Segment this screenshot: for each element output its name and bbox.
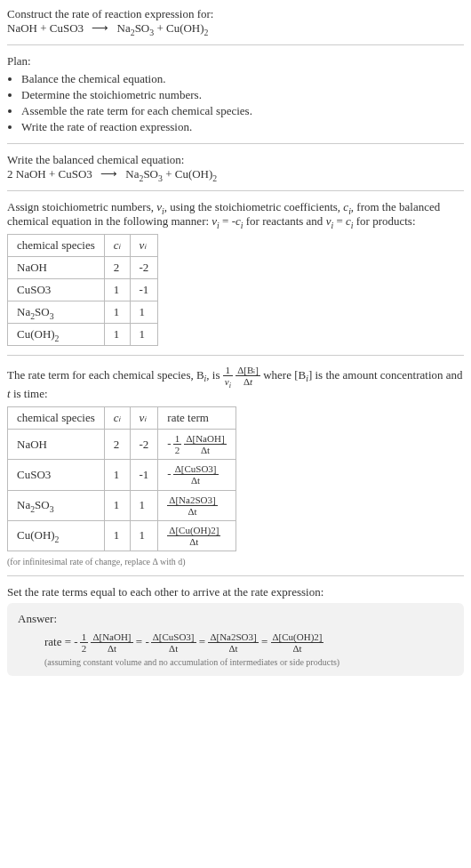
plan-heading: Plan: <box>7 54 464 68</box>
t: Δ[Na2SO3] <box>167 494 217 506</box>
t: Na <box>125 167 139 181</box>
divider <box>7 44 464 45</box>
t: 2 <box>80 643 89 654</box>
frac-dBi-dt: Δ[Bᵢ]Δt <box>236 365 260 387</box>
t: , using the stoichiometric coefficients, <box>164 200 344 213</box>
cell-ci: 1 <box>104 490 130 520</box>
rate-term-text: The rate term for each chemical species,… <box>7 365 464 401</box>
divider <box>7 575 464 576</box>
cell-species: Na2SO3 <box>8 301 105 324</box>
t: Δ[Cu(OH)2] <box>167 525 220 536</box>
divider <box>7 143 464 144</box>
eq-lhs2: CuSO3 <box>50 21 84 35</box>
t: 3 <box>50 311 54 321</box>
cell-ci: 1 <box>104 279 130 301</box>
c-i2: ci <box>236 214 243 228</box>
unbalanced-equation: NaOH + CuSO3 ⟶ Na2SO3 + Cu(OH)2 <box>7 21 464 36</box>
t: Δ[CuSO3] <box>151 631 196 643</box>
table-header-row: chemical species cᵢ νᵢ rate term <box>8 407 236 430</box>
eq: = <box>261 635 271 648</box>
cell-rate-term: Δ[Na2SO3]Δt <box>158 490 236 520</box>
cell-nui: 1 <box>130 301 158 324</box>
cell-species: CuSO3 <box>8 460 105 490</box>
cell-ci: 1 <box>104 460 130 490</box>
rate-label: rate <box>44 635 61 648</box>
cell-nui: -1 <box>130 460 158 490</box>
t: Cu(OH) <box>166 21 204 35</box>
t: = - <box>220 214 236 228</box>
plan-item: Balance the chemical equation. <box>21 72 464 86</box>
table-row: CuSO3 1 -1 -Δ[CuSO3]Δt <box>8 460 236 490</box>
t: 1 <box>173 433 182 445</box>
frac: Δ[Cu(OH)2]Δt <box>271 631 324 654</box>
beq-rhs2: Cu(OH)2 <box>175 167 217 181</box>
plan-item: Write the rate of reaction expression. <box>21 120 464 134</box>
frac: Δ[Na2SO3]Δt <box>208 631 258 654</box>
eq: = <box>199 635 209 648</box>
neg: - <box>167 467 171 480</box>
t: = <box>333 214 346 228</box>
col-nui: νᵢ <box>130 235 158 257</box>
t: 2 <box>204 28 209 37</box>
t: Δt <box>173 475 219 486</box>
t: [Bᵢ] <box>243 365 259 375</box>
table-row: Cu(OH)2 1 1 <box>8 324 158 346</box>
table-note: (for infinitesimal rate of change, repla… <box>7 557 464 567</box>
t: t <box>250 376 252 387</box>
frac: Δ[NaOH]Δt <box>184 433 226 455</box>
table-row: CuSO3 1 -1 <box>8 279 158 301</box>
balanced-equation: 2 NaOH + CuSO3 ⟶ Na2SO3 + Cu(OH)2 <box>7 167 464 181</box>
plan-list: Balance the chemical equation. Determine… <box>21 72 464 134</box>
t: 2 <box>55 334 60 343</box>
t: 2 <box>173 445 182 455</box>
t: Cu(OH) <box>175 167 213 181</box>
eq-rhs2: Cu(OH)2 <box>166 21 208 35</box>
col-ci: cᵢ <box>104 235 130 257</box>
t: Cu(OH) <box>17 327 55 341</box>
t: The rate term for each chemical species,… <box>7 368 204 382</box>
cell-nui: -2 <box>130 430 158 460</box>
table-row: NaOH 2 -2 <box>8 257 158 279</box>
frac: Δ[CuSO3]Δt <box>173 463 219 486</box>
rate-term-table: chemical species cᵢ νᵢ rate term NaOH 2 … <box>7 406 236 551</box>
t: SO <box>143 167 158 181</box>
cell-ci: 2 <box>104 430 130 460</box>
cell-ci: 1 <box>104 324 130 346</box>
t: Δt <box>236 376 260 387</box>
t: Δt <box>184 445 226 455</box>
table-row: Na2SO3 1 1 <box>8 301 158 324</box>
beq-c1: 2 NaOH <box>7 167 46 181</box>
t: Δt <box>91 643 132 654</box>
divider <box>7 355 464 356</box>
beq-plus: + <box>46 167 59 181</box>
answer-heading: Answer: <box>18 612 453 626</box>
table-row: NaOH 2 -2 -12 Δ[NaOH]Δt <box>8 430 236 460</box>
beq-plus2: + <box>163 167 175 181</box>
t: Δ[NaOH] <box>91 631 132 643</box>
nu-i2: νi <box>212 214 220 228</box>
cell-nui: 1 <box>130 490 158 520</box>
t: , is <box>206 368 222 382</box>
t: for products: <box>353 214 415 228</box>
table-row: Na2SO3 1 1 Δ[Na2SO3]Δt <box>8 490 236 520</box>
arrow-icon: ⟶ <box>86 21 114 36</box>
t: νi <box>223 376 233 387</box>
t: is time: <box>11 387 48 400</box>
frac: Δ[Cu(OH)2]Δt <box>167 525 220 547</box>
stoichiometry-table: chemical species cᵢ νᵢ NaOH 2 -2 CuSO3 1… <box>7 234 158 346</box>
t: SO <box>35 498 50 511</box>
t: Cu(OH) <box>17 528 55 542</box>
t: 2 <box>212 173 217 183</box>
col-species: chemical species <box>8 407 105 430</box>
cell-nui: 1 <box>130 520 158 551</box>
eq: = <box>61 635 74 648</box>
cell-species: CuSO3 <box>8 279 105 301</box>
t: Na <box>17 305 30 318</box>
arrow-icon: ⟶ <box>95 167 123 181</box>
cell-species: Cu(OH)2 <box>8 520 105 551</box>
cell-nui: -2 <box>130 257 158 279</box>
cell-nui: -1 <box>130 279 158 301</box>
cell-ci: 1 <box>104 520 130 551</box>
t: SO <box>135 21 150 35</box>
table-header-row: chemical species cᵢ νᵢ <box>8 235 158 257</box>
